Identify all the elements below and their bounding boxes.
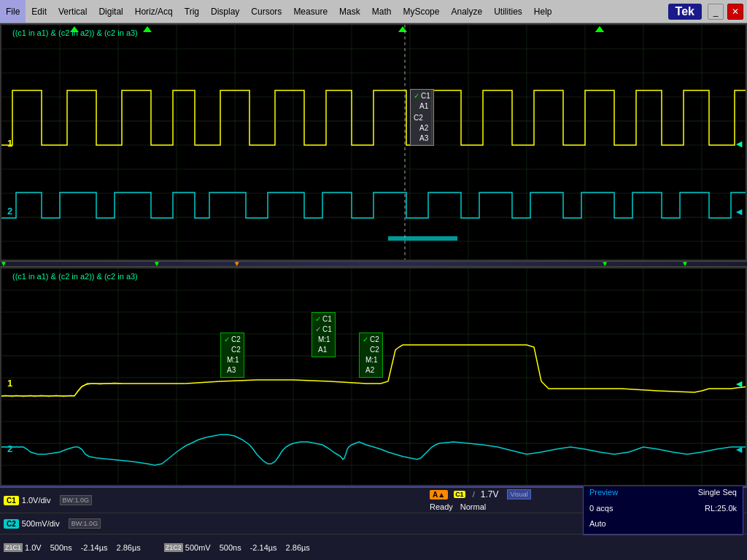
rl-value: RL:25.0k	[705, 504, 737, 513]
c1-small-badge: C1	[454, 491, 465, 498]
z1c1-badge: Z1C1	[4, 543, 23, 552]
z1c1-t2: -2.14µs	[81, 543, 108, 552]
meas-box-bottom-3: ✓C2 ✓C2 M:1 A2	[359, 332, 383, 378]
z1c2-badge: Z1C2	[164, 543, 183, 552]
z1c2-volt: 500mV	[185, 543, 211, 552]
slash-sep: /	[473, 490, 475, 499]
visual-badge: Visual	[507, 489, 530, 499]
divider-strip: ▼ ▼ ▼ ▼ ▼	[0, 261, 747, 267]
acqs-value: 0 acqs	[589, 504, 613, 513]
menu-horizacq[interactable]: Horiz/Acq	[129, 0, 179, 23]
waveform-display-bottom[interactable]: ((c1 in a1) & (c2 in a2)) & (c2 in a3) 1…	[0, 267, 747, 486]
menubar: File Edit Vertical Digital Horiz/Acq Tri…	[0, 0, 747, 23]
ready-text: Ready	[430, 502, 453, 511]
status-row-ch1: C1 1.0V/div BW:1.0G A▲ C1 / 1.7V Visual …	[0, 488, 747, 513]
menu-digital[interactable]: Digital	[93, 0, 128, 23]
menu-utilities[interactable]: Utilities	[488, 0, 528, 23]
main-area: ((c1 in a1) & (c2 in a2)) & (c2 in a3) 1…	[0, 23, 747, 560]
equation-bottom: ((c1 in a1) & (c2 in a2)) & (c2 in a3)	[12, 272, 138, 281]
menu-help[interactable]: Help	[528, 0, 558, 23]
z1c2-t3: 2.86µs	[286, 543, 310, 552]
preview-label: Preview	[589, 488, 618, 497]
statusbar: C1 1.0V/div BW:1.0G A▲ C1 / 1.7V Visual …	[0, 486, 747, 560]
status-row-ch2: C2 500mV/div BW:1.0G	[0, 513, 747, 534]
menu-vertical[interactable]: Vertical	[53, 0, 93, 23]
window-minimize-button[interactable]: _	[708, 4, 724, 20]
ch1-right-arrow-bottom: ◄	[734, 378, 744, 389]
z1c1-volt: 1.0V	[25, 543, 42, 552]
menu-math[interactable]: Math	[366, 0, 398, 23]
menu-display[interactable]: Display	[205, 0, 245, 23]
svg-rect-28	[388, 236, 457, 241]
ch2-marker-top: 2	[7, 206, 12, 217]
ch2-bw: BW:1.0G	[69, 518, 101, 529]
a-badge: A▲	[430, 490, 448, 499]
ch2-right-arrow-bottom: ◄	[734, 443, 744, 455]
menu-edit[interactable]: Edit	[26, 0, 53, 23]
grid-top	[1, 25, 746, 260]
ch2-marker-bottom: 2	[7, 443, 12, 454]
z1c2-t1: 500ns	[220, 543, 241, 552]
z1c1-t3: 2.86µs	[117, 543, 141, 552]
ch2-right-arrow-top: ◄	[734, 206, 744, 217]
ch1-badge: C1	[4, 496, 19, 505]
z1c2-t2: -2.14µs	[250, 543, 277, 552]
ch1-marker-top: 1	[7, 138, 12, 149]
tek-logo: Tek	[668, 4, 702, 20]
ch1-value: 1.0V/div	[22, 496, 51, 505]
ch1-marker-bottom: 1	[7, 378, 12, 389]
ch1-right-arrow-top: ◄	[734, 138, 744, 149]
menu-myscope[interactable]: MyScope	[397, 0, 445, 23]
normal-text: Normal	[460, 502, 486, 511]
meas-box-bottom-1: ✓C2 ✓C2 M:1 A3	[220, 332, 244, 378]
ch2-badge: C2	[4, 519, 19, 529]
equation-top: ((c1 in a1) & (c2 in a2)) & (c2 in a3)	[12, 28, 138, 37]
menu-file[interactable]: File	[0, 0, 26, 23]
volt-value: 1.7V	[481, 489, 499, 499]
waveform-display-top[interactable]: ((c1 in a1) & (c2 in a2)) & (c2 in a3) 1…	[0, 23, 747, 261]
meas-box-bottom-2: ✓C1 ✓C1 M:1 A1	[311, 312, 336, 357]
ch1-bw: BW:1.0G	[60, 495, 92, 505]
menu-trig[interactable]: Trig	[179, 0, 205, 23]
cursor-box-top: ✓C1 A1 C2 A2 A3	[410, 89, 434, 146]
menu-mask[interactable]: Mask	[333, 0, 366, 23]
status-row-z1: Z1C1 1.0V 500ns -2.14µs 2.86µs Z1C2 500m…	[0, 534, 747, 560]
window-close-button[interactable]: ✕	[727, 4, 743, 20]
ch2-value: 500mV/div	[22, 519, 60, 528]
menu-cursors[interactable]: Cursors	[245, 0, 287, 23]
menu-analyze[interactable]: Analyze	[445, 0, 488, 23]
center-status: A▲ C1 / 1.7V Visual Ready Normal	[430, 489, 576, 511]
z1c1-t1: 500ns	[50, 543, 72, 552]
single-seq: Single Seq	[698, 488, 737, 497]
menu-measure[interactable]: Measure	[287, 0, 333, 23]
